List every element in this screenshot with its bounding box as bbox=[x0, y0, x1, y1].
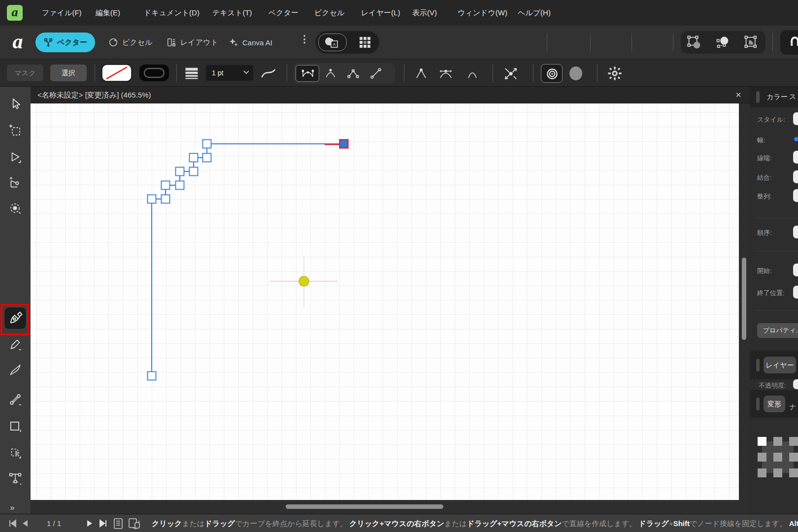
opacity-control[interactable] bbox=[793, 379, 798, 389]
mask-button[interactable]: マスク bbox=[7, 65, 43, 81]
tab-navigator[interactable]: ナ bbox=[789, 403, 796, 412]
start-control[interactable] bbox=[793, 264, 798, 276]
panel-drag-handle[interactable] bbox=[756, 398, 760, 410]
path-node[interactable] bbox=[203, 154, 211, 162]
selected-path-node[interactable] bbox=[340, 140, 348, 148]
pen-mode-polygon-icon[interactable] bbox=[347, 67, 360, 80]
horizontal-scrollbar-thumb[interactable] bbox=[286, 504, 443, 509]
path-node[interactable] bbox=[176, 181, 184, 190]
transform-selection-icon[interactable] bbox=[744, 35, 760, 50]
snapping-button[interactable] bbox=[780, 30, 798, 55]
menu-item-10[interactable]: ヘルプ(H) bbox=[513, 0, 556, 26]
text-frame-toggle[interactable]: A bbox=[318, 33, 347, 51]
menu-item-2[interactable]: 編集(E) bbox=[91, 0, 125, 26]
join-control[interactable] bbox=[793, 170, 798, 183]
anchor-point-2[interactable] bbox=[789, 437, 798, 446]
anchor-point-7[interactable] bbox=[773, 468, 782, 477]
select-button[interactable]: 選択 bbox=[50, 65, 87, 81]
menu-item-9[interactable]: ウィンドウ(W) bbox=[453, 0, 512, 26]
previous-page-button[interactable] bbox=[20, 514, 30, 532]
gradient-tool[interactable] bbox=[4, 388, 27, 411]
node-smooth-icon[interactable] bbox=[437, 66, 454, 81]
path-node[interactable] bbox=[190, 167, 198, 176]
snap-transform-icon[interactable] bbox=[502, 66, 519, 81]
canvas[interactable] bbox=[31, 103, 739, 500]
anchor-point-1[interactable] bbox=[773, 437, 782, 446]
toolbar-overflow-icon[interactable]: ⋮ bbox=[299, 33, 309, 45]
path-node[interactable] bbox=[203, 140, 211, 148]
cap-control[interactable] bbox=[793, 151, 798, 164]
persona-vector[interactable]: ベクター bbox=[35, 33, 95, 52]
anchor-point-3[interactable] bbox=[758, 453, 766, 462]
width-slider-thumb[interactable] bbox=[794, 137, 798, 141]
vector-path[interactable] bbox=[152, 144, 344, 376]
path-node[interactable] bbox=[162, 181, 170, 190]
anchor-point-4[interactable] bbox=[773, 453, 782, 462]
shape-builder-tool[interactable] bbox=[4, 441, 27, 464]
anchor-point-8[interactable] bbox=[789, 468, 798, 477]
end-control[interactable] bbox=[793, 286, 798, 299]
panel-drag-handle[interactable] bbox=[756, 91, 760, 103]
origin-marker[interactable] bbox=[299, 276, 309, 286]
menu-item-5[interactable]: ベクター bbox=[264, 0, 303, 26]
menu-item-3[interactable]: ドキュメント(D) bbox=[139, 0, 204, 26]
move-tool[interactable] bbox=[4, 93, 27, 115]
tab-swatches[interactable]: ス bbox=[789, 93, 796, 101]
last-page-button[interactable] bbox=[98, 514, 109, 532]
vector-brush-tool[interactable] bbox=[4, 359, 27, 381]
anchor-point-6[interactable] bbox=[758, 468, 766, 477]
fill-swatch-none[interactable] bbox=[101, 64, 132, 82]
pen-mode-pen[interactable] bbox=[296, 65, 319, 82]
tools-expand-button[interactable]: » bbox=[10, 503, 14, 513]
stroke-style-icon[interactable] bbox=[183, 66, 200, 81]
menu-item-8[interactable]: 表示(V) bbox=[407, 0, 442, 26]
node-sharp-icon[interactable] bbox=[414, 66, 429, 81]
pressure-icon[interactable] bbox=[260, 66, 277, 80]
path-node[interactable] bbox=[148, 195, 156, 203]
next-page-button[interactable] bbox=[85, 514, 95, 532]
node-tool[interactable] bbox=[4, 146, 27, 168]
secondary-color-circle[interactable] bbox=[568, 66, 583, 81]
page-view-icon[interactable] bbox=[112, 514, 125, 532]
stroke-swatch-black[interactable] bbox=[139, 64, 169, 82]
gear-icon[interactable] bbox=[607, 66, 623, 81]
style-dropdown[interactable] bbox=[793, 112, 798, 125]
vertical-scrollbar[interactable] bbox=[739, 103, 750, 500]
path-node[interactable] bbox=[148, 372, 156, 380]
point-transform-tool[interactable] bbox=[4, 197, 27, 220]
persona-pixel[interactable]: ピクセル bbox=[100, 33, 160, 52]
transform-node-icon[interactable] bbox=[715, 35, 731, 50]
properties-button[interactable]: プロパティ... bbox=[757, 323, 798, 338]
anchor-point-5[interactable] bbox=[789, 453, 798, 462]
horizontal-scrollbar[interactable] bbox=[31, 500, 750, 514]
transform-object-icon[interactable] bbox=[687, 35, 702, 50]
tab-transform[interactable]: 変形 bbox=[764, 396, 785, 412]
artboard-tool[interactable] bbox=[4, 119, 27, 142]
fill-mode-toggle[interactable] bbox=[541, 64, 563, 83]
pen-mode-smart-icon[interactable] bbox=[324, 67, 337, 80]
stroke-width-dropdown[interactable]: 1 pt bbox=[206, 65, 253, 81]
persona-canva-ai[interactable]: Canva AI bbox=[221, 33, 280, 52]
path-node[interactable] bbox=[190, 154, 198, 162]
grid-view-icon[interactable] bbox=[359, 36, 371, 49]
menu-item-1[interactable]: ファイル(F) bbox=[37, 0, 87, 26]
first-page-button[interactable] bbox=[6, 514, 18, 532]
contour-tool[interactable] bbox=[4, 171, 27, 194]
node-smart-icon[interactable] bbox=[465, 66, 480, 81]
panel-drag-handle[interactable] bbox=[756, 359, 760, 371]
persona-layout[interactable]: レイアウト bbox=[159, 33, 226, 52]
pages-view-icon[interactable] bbox=[127, 514, 142, 532]
path-node[interactable] bbox=[176, 167, 184, 176]
pencil-tool[interactable] bbox=[4, 333, 27, 356]
tab-color[interactable]: カラー bbox=[766, 93, 788, 101]
menu-item-4[interactable]: テキスト(T) bbox=[207, 0, 257, 26]
path-node[interactable] bbox=[162, 195, 170, 203]
align-control[interactable] bbox=[793, 189, 798, 202]
anchor-point-0[interactable] bbox=[758, 437, 766, 446]
vertical-scrollbar-thumb[interactable] bbox=[742, 258, 746, 340]
menu-item-7[interactable]: レイヤー(L) bbox=[356, 0, 405, 26]
menu-item-6[interactable]: ピクセル bbox=[309, 0, 349, 26]
pen-mode-line-icon[interactable] bbox=[369, 67, 382, 80]
order-control[interactable] bbox=[793, 226, 798, 238]
tab-layers[interactable]: レイヤー bbox=[764, 357, 796, 373]
